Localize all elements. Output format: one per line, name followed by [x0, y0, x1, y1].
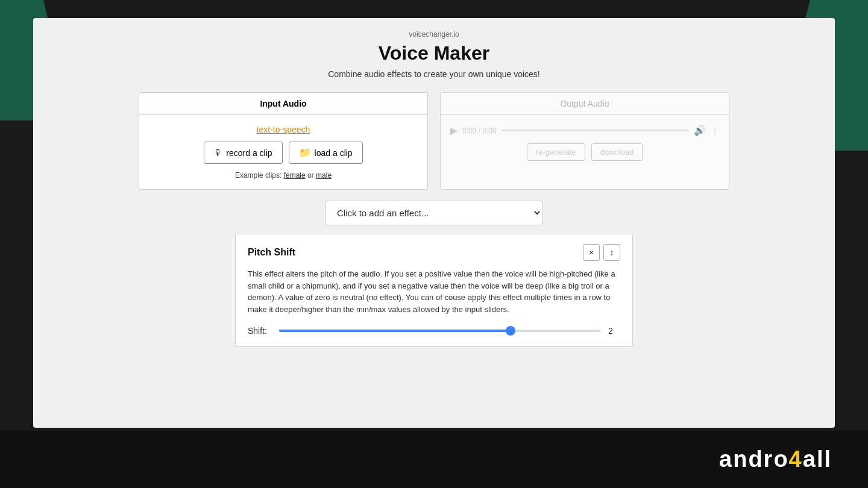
output-action-buttons: re-generate download	[527, 143, 643, 161]
record-btn-label: record a clip	[226, 148, 272, 158]
load-btn-label: load a clip	[315, 148, 353, 158]
output-panel-body: ▶ 0:00 / 0:00 🔊 ⋮ re-generate download	[441, 115, 729, 170]
or-text: or	[307, 171, 314, 180]
output-audio-panel: Output Audio ▶ 0:00 / 0:00 🔊 ⋮ re-genera…	[440, 92, 729, 190]
time-display: 0:00 / 0:00	[462, 127, 497, 135]
columns-layout: Input Audio text-to-speech 🎙 record a cl…	[139, 92, 729, 190]
effect-card-header: Pitch Shift × ↕	[248, 244, 620, 261]
tts-link[interactable]: text-to-speech	[257, 125, 310, 134]
close-effect-button[interactable]: ×	[583, 244, 600, 261]
example-text: Example clips:	[235, 171, 281, 180]
example-clips: Example clips: female or male	[235, 171, 332, 180]
audio-player: ▶ 0:00 / 0:00 🔊 ⋮	[450, 125, 719, 136]
logo-text-after: all	[803, 446, 832, 472]
site-name: voicechanger.io	[409, 30, 459, 39]
shift-value: 2	[608, 326, 620, 336]
play-button-icon[interactable]: ▶	[450, 125, 458, 136]
male-example-link[interactable]: male	[316, 171, 332, 180]
volume-icon[interactable]: 🔊	[694, 125, 706, 136]
progress-bar[interactable]	[502, 130, 689, 131]
record-clip-button[interactable]: 🎙 record a clip	[204, 142, 282, 164]
shift-slider[interactable]	[279, 325, 601, 337]
input-audio-panel: Input Audio text-to-speech 🎙 record a cl…	[139, 92, 428, 190]
page-subtitle: Combine audio effects to create your own…	[328, 69, 540, 79]
more-options-icon[interactable]: ⋮	[711, 126, 719, 136]
mic-icon: 🎙	[214, 148, 222, 158]
effect-select-dropdown[interactable]: Click to add an effect...	[326, 201, 542, 225]
move-effect-button[interactable]: ↕	[603, 244, 620, 261]
effect-selector-container: Click to add an effect...	[326, 201, 542, 225]
logo-text-before: andro	[719, 446, 789, 472]
effect-title: Pitch Shift	[248, 247, 295, 258]
load-clip-button[interactable]: 📁 load a clip	[289, 142, 363, 164]
regenerate-button[interactable]: re-generate	[527, 143, 585, 161]
page-title: Voice Maker	[379, 42, 489, 64]
main-card: voicechanger.io Voice Maker Combine audi…	[33, 18, 835, 428]
effect-description: This effect alters the pitch of the audi…	[248, 268, 620, 315]
input-panel-header: Input Audio	[139, 93, 427, 115]
input-panel-body: text-to-speech 🎙 record a clip 📁 load a …	[139, 115, 427, 189]
effect-control-buttons: × ↕	[583, 244, 620, 261]
logo-number: 4	[789, 446, 803, 472]
slider-track	[279, 330, 601, 332]
audio-input-buttons: 🎙 record a clip 📁 load a clip	[204, 142, 362, 164]
female-example-link[interactable]: female	[284, 171, 306, 180]
logo: andro4all	[719, 446, 832, 472]
shift-label: Shift:	[248, 326, 272, 336]
shift-slider-row: Shift: 2	[248, 325, 620, 337]
output-panel-header: Output Audio	[441, 93, 729, 115]
bottom-bar: andro4all	[0, 431, 868, 488]
pitch-shift-card: Pitch Shift × ↕ This effect alters the p…	[235, 234, 633, 347]
download-button[interactable]: download	[591, 143, 643, 161]
slider-fill	[279, 330, 511, 332]
slider-thumb[interactable]	[506, 326, 515, 336]
folder-icon: 📁	[299, 147, 311, 158]
